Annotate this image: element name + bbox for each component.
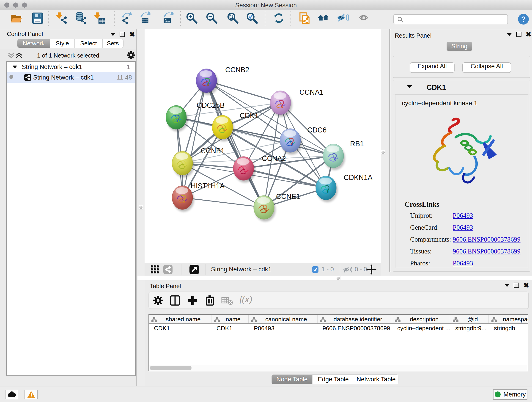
column-header-canonicalname[interactable]: canonical name: [249, 315, 317, 323]
collapse-all-button[interactable]: Collapse All: [462, 62, 511, 73]
birds-eye-view-icon[interactable]: [151, 265, 159, 274]
tab-network[interactable]: Network: [17, 39, 50, 48]
search-icon: [397, 16, 404, 23]
main-toolbar: ?: [0, 10, 532, 29]
crosslink-pharos[interactable]: P06493: [453, 259, 473, 267]
close-panel-icon[interactable]: ✖: [129, 32, 135, 37]
import-database-icon[interactable]: [74, 12, 87, 24]
gear-icon[interactable]: [127, 51, 136, 60]
zoom-selected-icon[interactable]: [245, 12, 258, 24]
show-preview-icon[interactable]: [358, 12, 370, 24]
node-CCNE1[interactable]: CCNE1: [254, 192, 300, 222]
node-CDKN1A[interactable]: CDKN1A: [316, 173, 373, 202]
show-columns-icon[interactable]: [170, 295, 180, 306]
network-type-icon[interactable]: [163, 265, 172, 274]
node-label-CDC25B: CDC25B: [196, 101, 225, 109]
node-table[interactable]: shared namenamecanonical namedatabase id…: [148, 314, 528, 371]
tree-row-collection[interactable]: String Network – cdk1 1: [7, 62, 135, 72]
cell[interactable]: stringdb:9...: [450, 324, 489, 332]
tab-style[interactable]: Style: [50, 39, 75, 48]
node-HIST1H1A[interactable]: HIST1H1A: [172, 182, 225, 212]
selected-checkbox-icon[interactable]: [312, 266, 318, 273]
tab-select[interactable]: Select: [75, 39, 103, 48]
zoom-fit-icon[interactable]: [226, 12, 239, 24]
copy-documents-icon[interactable]: [298, 12, 311, 24]
memory-status-icon: [495, 391, 500, 397]
save-icon[interactable]: [31, 12, 44, 24]
splitter-handle[interactable]: [139, 205, 143, 210]
cell[interactable]: cyclin–dependent ...: [392, 324, 450, 332]
cell[interactable]: stringdb: [489, 324, 528, 332]
node-CCNA1[interactable]: CCNA1: [270, 88, 323, 117]
memory-button[interactable]: Memory: [493, 389, 527, 400]
crosslink-uniprot[interactable]: P06493: [453, 212, 473, 219]
tree-row-network[interactable]: String Network – cdk1 11 48: [7, 72, 135, 83]
column-header-description[interactable]: description: [392, 315, 450, 323]
gene-section-header[interactable]: CDK1: [393, 80, 530, 95]
float-panel-icon[interactable]: [516, 32, 521, 37]
export-table-icon[interactable]: [139, 12, 152, 24]
close-panel-icon[interactable]: ✖: [526, 32, 531, 37]
horizontal-splitter[interactable]: [138, 276, 532, 280]
node-CDC6[interactable]: CDC6: [280, 126, 326, 155]
cell[interactable]: CDK1: [211, 324, 249, 332]
zoom-in-icon[interactable]: [185, 12, 198, 24]
results-splitter[interactable]: [381, 29, 390, 276]
zoom-out-icon[interactable]: [205, 12, 218, 24]
edge-CCNB2-HIST1H1A[interactable]: [182, 81, 206, 198]
home-network-icon[interactable]: [317, 12, 330, 24]
column-header-databaseidentifier[interactable]: database identifier: [317, 315, 392, 323]
warnings-button[interactable]: [25, 390, 38, 399]
edge-HIST1H1A-CCNE1[interactable]: [182, 198, 264, 207]
expander-icon[interactable]: [12, 65, 17, 69]
tab-string[interactable]: String: [447, 42, 472, 51]
panel-menu-icon[interactable]: [505, 284, 510, 287]
delete-column-icon[interactable]: [205, 295, 215, 306]
vertical-splitter[interactable]: [137, 29, 145, 386]
export-network-icon[interactable]: [121, 12, 134, 24]
open-in-new-window-icon[interactable]: [190, 265, 199, 274]
scrollbar-thumb[interactable]: [150, 366, 191, 370]
crosslink-genecard[interactable]: P06493: [453, 224, 473, 231]
fit-selected-icon[interactable]: [366, 264, 377, 275]
node-CDK1[interactable]: CDK1: [212, 112, 259, 141]
search-input[interactable]: [393, 14, 508, 24]
float-panel-icon[interactable]: [120, 32, 125, 37]
crosslink-tissues[interactable]: 9606.ENSP00000378699: [453, 248, 520, 255]
column-header-name[interactable]: name: [211, 315, 249, 323]
open-folder-icon[interactable]: [10, 12, 22, 24]
column-header-sharedname[interactable]: shared name: [149, 315, 211, 323]
table-horizontal-scrollbar[interactable]: [149, 365, 528, 371]
column-header-id[interactable]: @id: [450, 315, 489, 323]
cell[interactable]: CDK1: [149, 324, 211, 332]
tab-edge-table[interactable]: Edge Table: [312, 375, 354, 384]
tab-node-table[interactable]: Node Table: [272, 375, 312, 384]
splitter-handle[interactable]: [381, 150, 385, 155]
panel-menu-icon[interactable]: [507, 33, 512, 36]
close-panel-icon[interactable]: ✖: [523, 283, 529, 288]
cell[interactable]: P06493: [249, 324, 317, 332]
table-panel: Table Panel ✖ f(x) shared namenamecanoni…: [145, 280, 532, 386]
cell[interactable]: 9606.ENSP00000378699: [317, 324, 392, 332]
gear-icon[interactable]: [152, 295, 164, 306]
table-row[interactable]: CDK1CDK1P064939606.ENSP00000378699cyclin…: [149, 324, 528, 332]
import-table-icon[interactable]: [94, 12, 106, 24]
splitter-handle[interactable]: [336, 276, 341, 281]
tab-network-table[interactable]: Network Table: [354, 375, 398, 384]
collapse-section-icon[interactable]: [407, 85, 412, 88]
add-column-icon[interactable]: [187, 295, 197, 306]
cloud-status-button[interactable]: [5, 390, 18, 399]
crosslink-compartments[interactable]: 9606.ENSP00000378699: [453, 236, 520, 243]
node-RB1[interactable]: RB1: [323, 140, 364, 170]
column-header-namespace[interactable]: namespace: [489, 315, 528, 323]
tab-sets[interactable]: Sets: [103, 39, 123, 48]
refresh-icon[interactable]: [272, 12, 285, 24]
hide-selected-icon[interactable]: [336, 12, 349, 24]
panel-menu-icon[interactable]: [110, 33, 115, 36]
expand-all-button[interactable]: Expand All: [410, 62, 455, 73]
help-button[interactable]: ?: [518, 14, 529, 25]
network-canvas[interactable]: CCNB2 CCNA1 CDC25B CDK1 CDC6 RB1 CCNB1: [145, 29, 381, 263]
export-image-icon[interactable]: [161, 12, 174, 24]
float-panel-icon[interactable]: [514, 283, 519, 288]
import-network-icon[interactable]: [56, 12, 68, 24]
